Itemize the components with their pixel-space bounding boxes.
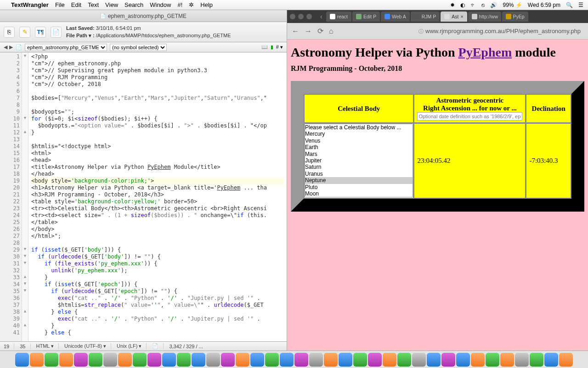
address-bar[interactable]: ⓘwww.rjmprogramming.com.au/PHP/ephem_ast… [339, 28, 583, 35]
code-line[interactable]: $bodyopts.="<option value=" . $bodies[$i… [31, 122, 284, 129]
dock-app-icon[interactable] [59, 353, 73, 367]
code-line[interactable]: exec("cat .." . '/' . "Python" . '/' . "… [31, 316, 284, 322]
dock-app-icon[interactable] [397, 353, 411, 367]
code-line[interactable]: } else { [31, 329, 284, 336]
code-line[interactable]: <h1>Astronomy Helper via Python <a targe… [31, 184, 284, 191]
code-line[interactable]: exec("cat .." . '/' . "Python" . '/' . "… [31, 295, 284, 302]
dock-app-icon[interactable] [45, 353, 58, 367]
code-line[interactable]: <tr><th>Celestial Body</th><th>Astrometr… [31, 205, 284, 212]
dock-app-icon[interactable] [309, 353, 323, 367]
pyephem-link[interactable]: PyEphem [458, 45, 512, 59]
body-select[interactable]: Please select a Celestial Body below ...… [305, 124, 413, 197]
dock-app-icon[interactable] [206, 353, 220, 367]
code-line[interactable]: <tr><td><select size=" . (1 + sizeof($bo… [31, 212, 284, 219]
menu-view[interactable]: View [105, 1, 118, 8]
menu-help[interactable]: Help [200, 1, 213, 8]
dock-app-icon[interactable] [280, 353, 294, 367]
minimize-icon[interactable] [298, 14, 304, 19]
browser-tab[interactable]: Web A [381, 12, 410, 22]
browser-tab[interactable]: Edit P [352, 12, 380, 22]
dock-app-icon[interactable] [383, 353, 396, 367]
dock-app-icon[interactable] [486, 353, 499, 367]
browser-tab[interactable]: http://ww [468, 12, 501, 22]
code-line[interactable]: unlink('py_ephem.xxx'); [31, 267, 284, 274]
bluetooth-icon[interactable]: ⎋ [481, 2, 485, 8]
code-line[interactable] [31, 88, 284, 95]
code-line[interactable] [31, 136, 284, 143]
code-line[interactable]: $bodyopts=""; [31, 109, 284, 115]
dock-app-icon[interactable] [118, 353, 132, 367]
nav-next-icon[interactable]: ▶ [9, 44, 13, 50]
document-tab[interactable]: 📄 ephem_astronomy.php_GETME [0, 10, 287, 22]
dock-app-icon[interactable] [15, 353, 29, 367]
maximize-icon[interactable] [306, 14, 312, 19]
back-icon[interactable]: ← [292, 27, 299, 35]
code-line[interactable]: "cm">// October, 2018 [31, 81, 284, 88]
reload-icon[interactable]: ⟳ [317, 27, 323, 35]
language-select[interactable]: HTML ▾ [36, 343, 59, 349]
dock-app-icon[interactable] [500, 353, 514, 367]
dock-app-icon[interactable] [544, 353, 558, 367]
app-name[interactable]: TextWrangler [11, 1, 49, 8]
dock-app-icon[interactable] [192, 353, 205, 367]
file-nav-select[interactable]: ephem_astronomy.php_GETME [25, 44, 107, 51]
code-line[interactable]: <head> [31, 157, 284, 164]
line-ending-select[interactable]: Unix (LF) ▾ [117, 343, 147, 349]
dock-app-icon[interactable] [456, 353, 470, 367]
code-line[interactable]: <h3>RJM Programming - October, 2018</h3> [31, 191, 284, 198]
body-option[interactable]: Please select a Celestial Body below ... [305, 124, 413, 131]
code-line[interactable]: if (urldecode($_GET['epoch']) != "") { [31, 288, 284, 295]
body-option[interactable]: Neptune [305, 177, 413, 184]
dock-app-icon[interactable] [368, 353, 382, 367]
code-line[interactable]: </body> [31, 226, 284, 233]
dock-app-icon[interactable] [30, 353, 44, 367]
volume-icon[interactable]: 🔊 [490, 2, 497, 8]
notification-icon[interactable]: ☰ [578, 2, 583, 8]
text-options-icon[interactable]: T¶ [35, 27, 46, 38]
menu-search[interactable]: Search [124, 1, 143, 8]
dock-app-icon[interactable] [162, 353, 176, 367]
forward-icon[interactable]: → [305, 27, 312, 35]
code-line[interactable]: } [31, 274, 284, 281]
fold-gutter[interactable]: ▼▼▲▼▼▼▲▼▼▲▲ [22, 52, 28, 341]
menu-scripts[interactable]: ✲ [189, 1, 194, 8]
code-line[interactable]: } [31, 322, 284, 329]
dock-app-icon[interactable] [339, 353, 352, 367]
wifi-icon[interactable]: ᯤ [470, 2, 476, 8]
dock-app-icon[interactable] [89, 353, 102, 367]
browser-tab[interactable]: RJM P [411, 12, 440, 22]
dock-app-icon[interactable] [133, 353, 147, 367]
epoch-input[interactable] [417, 112, 522, 121]
code-content[interactable]: <?php"cm">// ephem_astronomy.php"cm">// … [28, 52, 287, 341]
clock[interactable]: Wed 6:59 pm [528, 2, 560, 8]
dock-app-icon[interactable] [412, 353, 426, 367]
code-line[interactable]: "cm">// Supervising great pyephem module… [31, 67, 284, 74]
code-line[interactable]: <html> [31, 150, 284, 157]
body-option[interactable]: Earth [305, 144, 413, 150]
dock-app-icon[interactable] [250, 353, 264, 367]
status-icon[interactable]: ✸ [450, 2, 455, 8]
code-line[interactable]: $bodies=["Mercury","Venus","Earth","Mars… [31, 95, 284, 102]
body-option[interactable]: Mercury [305, 131, 413, 137]
body-option[interactable]: Moon [305, 190, 413, 197]
drawer-icon[interactable]: ⎘ [4, 27, 15, 38]
code-line[interactable] [31, 102, 284, 109]
dock-app-icon[interactable] [427, 353, 441, 367]
pencil-icon[interactable]: ✎ [19, 27, 30, 38]
dock-app-icon[interactable] [530, 353, 543, 367]
tab-prev-icon[interactable]: ‹ [317, 13, 325, 20]
dock-app-icon[interactable] [515, 353, 529, 367]
body-option[interactable]: Saturn [305, 164, 413, 170]
close-icon[interactable] [290, 14, 295, 19]
code-line[interactable]: <table style='background-color:yellow;' … [31, 198, 284, 205]
dock-app-icon[interactable] [353, 353, 367, 367]
dock-app-icon[interactable] [177, 353, 191, 367]
code-line[interactable]: <?php [31, 53, 284, 60]
code-line[interactable]: </table> [31, 219, 284, 226]
encoding-select[interactable]: Unicode (UTF-8) ▾ [64, 343, 111, 349]
nav-prev-icon[interactable]: ◀ [4, 44, 7, 50]
code-line[interactable]: $htmlis="<!doctype html> [31, 143, 284, 150]
spotlight-icon[interactable]: 🔍 [566, 2, 573, 8]
dock-app-icon[interactable] [221, 353, 235, 367]
code-line[interactable]: "cm">// ephem_astronomy.php [31, 60, 284, 67]
